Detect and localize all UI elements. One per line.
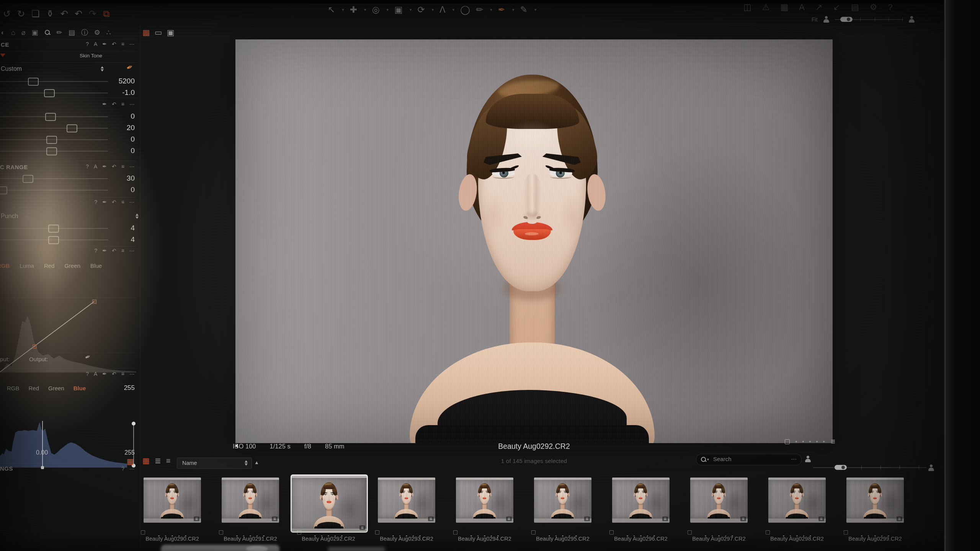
wb-preset-stepper[interactable]	[100, 66, 105, 72]
tab-red[interactable]: Red	[29, 385, 39, 391]
reset-icon[interactable]: ↶	[112, 164, 116, 169]
rating-dot[interactable]	[816, 441, 818, 442]
levels-histogram[interactable]	[0, 419, 127, 468]
reset-icon[interactable]: ↶	[112, 41, 116, 47]
thumbnail-photo[interactable]: ≣	[534, 478, 591, 523]
curve-editor[interactable]	[0, 298, 136, 373]
grid-icon[interactable]: ▦	[781, 3, 789, 11]
slider-value[interactable]: 20	[100, 124, 135, 132]
user-icon[interactable]	[908, 16, 915, 23]
clarity-method-stepper[interactable]	[135, 213, 139, 219]
slider-handle[interactable]	[0, 186, 7, 194]
copy-adjustments-icon[interactable]: ⧉	[103, 9, 109, 18]
slider-track[interactable]	[0, 240, 108, 240]
filmstrip-thumbnail[interactable]: ≣ Beauty Aug0296.CR2	[602, 474, 680, 547]
filmstrip-thumbnail[interactable]: ≣ Beauty Aug0292.CR2	[289, 474, 368, 547]
slider-handle[interactable]	[67, 124, 77, 132]
overlay-tool-icon[interactable]: ◯	[460, 5, 470, 14]
slider-handle[interactable]	[48, 225, 59, 233]
slider-track[interactable]	[0, 228, 108, 229]
thumbnail-photo[interactable]: ≣	[378, 478, 435, 523]
main-viewer-image[interactable]	[235, 39, 833, 443]
sort-field[interactable]: Name	[177, 458, 252, 469]
rating-dot[interactable]	[809, 441, 811, 442]
slider-track[interactable]	[0, 190, 108, 191]
slider-value[interactable]: 0	[100, 186, 135, 194]
help-icon[interactable]: ?	[86, 164, 89, 169]
help-icon[interactable]: ?	[888, 3, 892, 11]
reset-icon[interactable]: ↶	[112, 248, 116, 253]
tab-rgb[interactable]: RGB	[0, 262, 10, 269]
sort-field-stepper[interactable]	[244, 460, 248, 466]
settings-gear-icon[interactable]: ⚙	[870, 3, 877, 11]
tab-green[interactable]: Green	[64, 262, 80, 269]
compact-list-view-icon[interactable]: ≡	[166, 457, 171, 465]
wb-eyedropper-icon[interactable]: ✒	[125, 62, 134, 72]
slider-track[interactable]	[0, 139, 108, 140]
reset-icon[interactable]: ↶	[112, 199, 116, 205]
redo-dim-icon[interactable]: ↷	[89, 9, 96, 18]
rating-dot[interactable]	[802, 441, 804, 442]
thumbnail-photo[interactable]: ≣	[690, 478, 748, 523]
tab-rgb[interactable]: RGB	[7, 385, 20, 391]
tab-luma[interactable]: Luma	[20, 262, 34, 269]
filmstrip-thumbnail[interactable]: ≣ Beauty Aug0290.CR2	[133, 474, 211, 547]
thumbnail-photo[interactable]: ≣	[291, 474, 368, 533]
slider-handle[interactable]	[48, 236, 59, 244]
levels-shadow-marker[interactable]	[42, 421, 43, 466]
search-more-icon[interactable]: ⋯	[791, 456, 797, 463]
undo-arrow-icon[interactable]: ↶	[60, 9, 68, 18]
slider-value[interactable]: 0	[100, 112, 135, 121]
slider-value[interactable]: 0	[100, 147, 135, 155]
search-input[interactable]	[712, 455, 779, 463]
mask-brush-tool-icon[interactable]: ✏	[476, 5, 483, 14]
filmstrip-thumbnail[interactable]: ≣ Beauty Aug0293.CR2	[368, 474, 446, 547]
annotations-icon[interactable]: A	[799, 3, 805, 11]
levels-high-value[interactable]: 255	[124, 449, 135, 456]
curve-point[interactable]	[33, 344, 37, 349]
grid-view-icon[interactable]: ▦	[142, 457, 150, 465]
thumbnail-photo[interactable]: ≣	[144, 478, 201, 523]
thumbnail-photo[interactable]: ≣	[612, 478, 670, 523]
sort-ascending-icon[interactable]: ▲	[254, 460, 259, 465]
auto-icon[interactable]: A	[94, 164, 97, 169]
annotate-tool-icon[interactable]: ✎	[520, 5, 528, 14]
pick-icon[interactable]: ✒	[102, 199, 107, 205]
curve-point[interactable]	[92, 300, 96, 304]
clarity-method-value[interactable]: Punch	[1, 213, 18, 220]
film-grain-icon[interactable]: ▦	[127, 458, 134, 465]
slider-handle[interactable]	[45, 113, 56, 121]
tab-blue[interactable]: Blue	[74, 385, 86, 391]
auto-icon[interactable]: A	[94, 41, 97, 47]
search-field[interactable]: ▾ ⋯	[696, 454, 802, 465]
presets-icon[interactable]: ≡	[121, 199, 124, 205]
variants-list-icon[interactable]: ≣	[830, 439, 835, 445]
reset-icon[interactable]: ↶	[112, 371, 116, 377]
slider-handle[interactable]	[23, 175, 33, 183]
search-caret-icon[interactable]: ▾	[707, 457, 709, 461]
rotate-tool-icon[interactable]: ⟳	[418, 5, 425, 14]
pick-icon[interactable]: ✒	[102, 248, 107, 253]
slider-track[interactable]	[0, 81, 108, 82]
undo-icon[interactable]: ↺	[3, 9, 11, 18]
pick-icon[interactable]: ✒	[102, 101, 107, 107]
loupe-tool-icon[interactable]: ◎	[372, 5, 380, 14]
more-icon[interactable]: ⋯	[129, 164, 135, 169]
thumbnail-size-handle[interactable]	[835, 465, 847, 470]
help-icon[interactable]: ?	[95, 248, 98, 253]
slider-value[interactable]: 30	[100, 174, 135, 183]
levels-low-value[interactable]: 0.00	[36, 449, 48, 456]
more-icon[interactable]: ⋯	[129, 248, 135, 253]
pick-icon[interactable]: ✒	[102, 371, 107, 377]
filmstrip-thumbnail[interactable]: ≣ Beauty Aug0294.CR2	[446, 474, 524, 547]
presets-icon[interactable]: ≡	[121, 101, 124, 107]
crop-tool-icon[interactable]: ▣	[394, 5, 403, 14]
filmstrip-thumbnail[interactable]: ≣ Beauty Aug0297.CR2	[680, 474, 758, 547]
slider-track[interactable]	[0, 151, 108, 152]
viewer-zoom-handle[interactable]	[840, 17, 853, 22]
more-icon[interactable]: ⋯	[129, 101, 135, 107]
color-tag-icon[interactable]	[785, 439, 790, 444]
user-account-icon[interactable]	[928, 465, 934, 471]
redo-icon[interactable]: ↻	[17, 9, 25, 18]
auto-icon[interactable]: A	[94, 371, 97, 377]
